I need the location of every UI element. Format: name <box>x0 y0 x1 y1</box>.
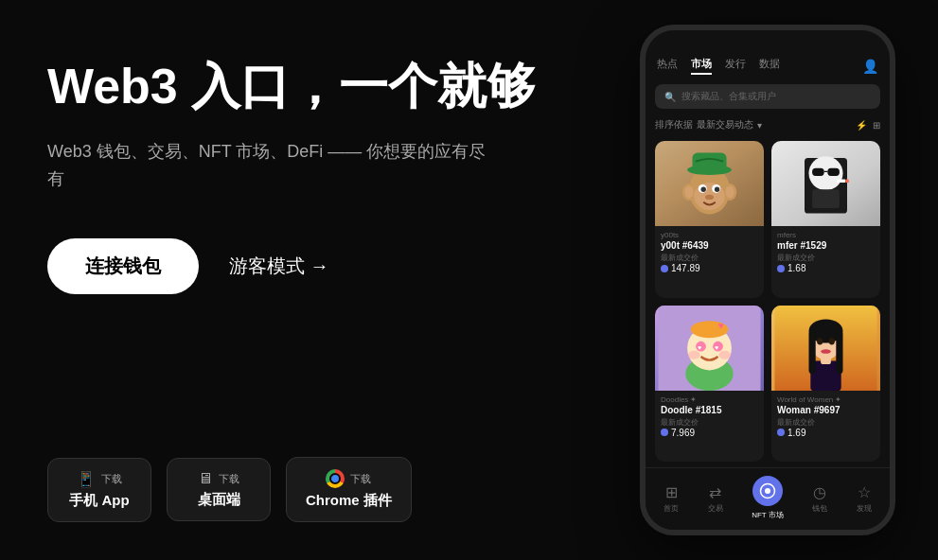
phone-content: 热点 市场 发行 数据 👤 🔍 搜索藏品、合集或用户 排序依据 最新交易动态 ▾ <box>646 30 890 530</box>
bottom-nav-discover[interactable]: ☆ 发现 <box>857 483 872 514</box>
nft-image-doodle: ♥ ♥ ♥ <box>655 306 764 391</box>
nft-image-wow <box>771 306 880 391</box>
download-desktop-top: 下载 <box>219 472 239 486</box>
download-chrome-button[interactable]: 下载 Chrome 插件 <box>286 457 412 522</box>
user-icon[interactable]: 👤 <box>862 59 878 74</box>
nft-card-wow[interactable]: World of Women ✦ Woman #9697 最新成交价 1.69 <box>771 306 880 463</box>
bottom-nav-trade-label: 交易 <box>708 503 723 514</box>
download-row: 📱 下载 手机 App 🖥 下载 桌面端 下载 Chrome 插件 <box>47 457 569 522</box>
home-icon: ⊞ <box>665 483 678 501</box>
nft-card-mfer[interactable]: mfers mfer #1529 最新成交价 1.68 <box>771 141 880 298</box>
bottom-nav-wallet[interactable]: ◷ 钱包 <box>812 483 827 514</box>
verified-wow: ✦ <box>835 395 841 404</box>
svg-point-40 <box>817 338 823 344</box>
eth-icon-wow <box>777 429 785 436</box>
sort-value[interactable]: 最新交易动态 <box>697 118 753 131</box>
desktop-icon: 🖥 <box>198 470 213 487</box>
nft-market-icon <box>752 476 783 506</box>
nft-price-label-mfer: 最新成交价 <box>777 253 875 263</box>
svg-point-44 <box>765 488 770 494</box>
svg-rect-12 <box>693 153 727 172</box>
search-placeholder: 搜索藏品、合集或用户 <box>681 90 776 103</box>
svg-point-31 <box>718 350 731 359</box>
bottom-nav-home[interactable]: ⊞ 首页 <box>664 483 679 514</box>
grid-icon[interactable]: ⊞ <box>873 120 880 131</box>
filter-icon[interactable]: ⚡ <box>856 120 867 131</box>
download-mobile-top: 下载 <box>101 472 122 486</box>
svg-rect-19 <box>837 180 845 184</box>
svg-point-10 <box>705 195 714 200</box>
nft-name-doodle: Doodle #1815 <box>661 405 758 415</box>
eth-icon-mfer <box>777 265 785 272</box>
phone-frame: 热点 市场 发行 数据 👤 🔍 搜索藏品、合集或用户 排序依据 最新交易动态 ▾ <box>640 25 895 535</box>
download-desktop-button[interactable]: 🖥 下载 桌面端 <box>167 458 271 521</box>
svg-text:♥: ♥ <box>718 320 724 331</box>
nft-price-label-doodle: 最新成交价 <box>661 417 758 428</box>
nft-price-label-wow: 最新成交价 <box>777 417 875 428</box>
svg-rect-20 <box>845 180 849 184</box>
svg-rect-39 <box>836 331 842 374</box>
nft-image-mfer <box>771 141 880 226</box>
nft-card-y00t[interactable]: y00ts y00t #6439 最新成交价 147.89 <box>655 141 764 298</box>
eth-icon-doodle <box>661 429 668 436</box>
guest-mode-button[interactable]: 游客模式 → <box>229 254 329 279</box>
svg-text:♥: ♥ <box>715 342 718 351</box>
phone-search-bar[interactable]: 🔍 搜索藏品、合集或用户 <box>655 84 880 109</box>
sort-icons: ⚡ ⊞ <box>856 120 880 131</box>
eth-icon-y00t <box>661 265 668 272</box>
nft-price-wow: 1.69 <box>788 428 805 438</box>
right-section: 热点 市场 发行 数据 👤 🔍 搜索藏品、合集或用户 排序依据 最新交易动态 ▾ <box>616 0 938 560</box>
nft-image-y00t <box>655 141 764 226</box>
download-mobile-label: 手机 App <box>69 492 129 510</box>
trade-icon: ⇄ <box>709 483 721 501</box>
tab-market[interactable]: 市场 <box>691 57 712 75</box>
nft-collection-wow: World of Women <box>777 395 833 404</box>
svg-text:♥: ♥ <box>698 342 701 351</box>
left-section: Web3 入口，一个就够 Web3 钱包、交易、NFT 市场、DeFi —— 你… <box>0 0 616 560</box>
connect-wallet-button[interactable]: 连接钱包 <box>47 238 199 294</box>
svg-point-3 <box>684 186 693 199</box>
nft-card-doodle[interactable]: ♥ ♥ ♥ Doodles <box>655 306 764 463</box>
nft-price-y00t: 147.89 <box>671 263 700 273</box>
nft-price-doodle: 7.969 <box>671 428 695 438</box>
download-mobile-button[interactable]: 📱 下载 手机 App <box>47 458 151 522</box>
hero-title: Web3 入口，一个就够 <box>47 57 569 115</box>
verified-doodle: ✦ <box>690 395 697 404</box>
svg-rect-15 <box>812 168 824 176</box>
nft-price-mfer: 1.68 <box>788 263 805 273</box>
phone-bottom-nav: ⊞ 首页 ⇄ 交易 NFT 市场 ◷ <box>646 467 890 530</box>
phone-sort-row: 排序依据 最新交易动态 ▾ ⚡ ⊞ <box>646 114 890 135</box>
nft-collection-y00t: y00ts <box>661 231 679 239</box>
phone-nav-tabs: 热点 市场 发行 数据 <box>657 57 780 75</box>
nft-name-y00t: y00t #6439 <box>661 240 758 251</box>
svg-rect-21 <box>812 189 840 208</box>
cta-row: 连接钱包 游客模式 → <box>47 238 569 294</box>
svg-point-30 <box>688 350 700 359</box>
nft-collection-doodle: Doodles <box>661 395 688 404</box>
tab-publish[interactable]: 发行 <box>725 57 746 75</box>
nft-collection-mfer: mfers <box>777 231 796 239</box>
svg-point-41 <box>829 338 835 344</box>
hero-subtitle: Web3 钱包、交易、NFT 市场、DeFi —— 你想要的应有尽有 <box>47 138 502 193</box>
nft-grid: y00ts y00t #6439 最新成交价 147.89 <box>646 135 890 467</box>
tab-data[interactable]: 数据 <box>759 57 780 75</box>
bottom-nav-wallet-label: 钱包 <box>812 503 827 514</box>
bottom-nav-discover-label: 发现 <box>857 503 872 514</box>
bottom-nav-home-label: 首页 <box>664 503 679 514</box>
search-icon: 🔍 <box>664 92 676 102</box>
svg-rect-16 <box>827 168 840 176</box>
chevron-down-icon: ▾ <box>757 120 762 131</box>
download-desktop-label: 桌面端 <box>198 491 240 509</box>
phone-notch <box>730 30 805 51</box>
phone-icon: 📱 <box>77 470 96 488</box>
nft-name-mfer: mfer #1529 <box>777 240 875 251</box>
svg-point-9 <box>715 187 719 192</box>
svg-point-42 <box>821 349 831 354</box>
bottom-nav-nft[interactable]: NFT 市场 <box>752 476 784 520</box>
svg-point-4 <box>726 186 734 199</box>
tab-hot[interactable]: 热点 <box>657 57 678 75</box>
svg-rect-38 <box>809 331 816 374</box>
wallet-icon: ◷ <box>813 483 826 501</box>
bottom-nav-trade[interactable]: ⇄ 交易 <box>708 483 723 514</box>
sort-label: 排序依据 <box>655 118 693 131</box>
